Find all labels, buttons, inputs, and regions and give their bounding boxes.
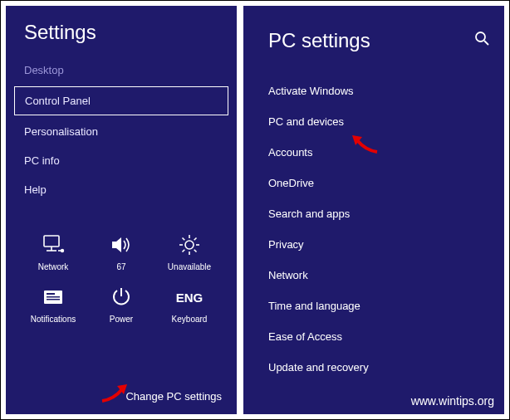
nav-ease-of-access[interactable]: Ease of Access bbox=[268, 321, 504, 352]
search-icon[interactable] bbox=[474, 31, 489, 49]
tile-volume[interactable]: 67 bbox=[89, 231, 154, 271]
network-icon bbox=[41, 231, 66, 259]
svg-line-20 bbox=[484, 41, 488, 45]
pc-settings-title: PC settings bbox=[243, 29, 504, 69]
svg-line-11 bbox=[194, 250, 197, 252]
pc-settings-nav: Activate Windows PC and devices Accounts… bbox=[243, 69, 504, 383]
settings-charm-panel: Settings Desktop Control Panel Personali… bbox=[6, 6, 237, 414]
nav-time-and-language[interactable]: Time and language bbox=[268, 291, 504, 321]
menu-item-pc-info[interactable]: PC info bbox=[6, 146, 237, 175]
tile-volume-label: 67 bbox=[116, 262, 125, 271]
nav-activate-windows[interactable]: Activate Windows bbox=[268, 76, 504, 106]
keyboard-lang-text: ENG bbox=[176, 291, 204, 305]
tile-keyboard[interactable]: ENG Keyboard bbox=[157, 283, 222, 324]
svg-point-5 bbox=[185, 241, 194, 249]
svg-rect-15 bbox=[47, 293, 55, 295]
tile-network[interactable]: Network bbox=[21, 231, 86, 271]
power-icon bbox=[110, 283, 132, 311]
tile-notifications[interactable]: Notifications bbox=[21, 283, 86, 324]
settings-title: Settings bbox=[6, 21, 237, 56]
svg-line-13 bbox=[183, 250, 185, 252]
tile-keyboard-label: Keyboard bbox=[172, 315, 208, 324]
svg-line-10 bbox=[183, 238, 185, 241]
menu-item-help[interactable]: Help bbox=[6, 175, 237, 204]
nav-update-and-recovery[interactable]: Update and recovery bbox=[268, 352, 504, 383]
svg-rect-0 bbox=[44, 236, 59, 247]
svg-rect-17 bbox=[47, 299, 60, 300]
nav-privacy[interactable]: Privacy bbox=[268, 229, 504, 260]
svg-rect-16 bbox=[47, 296, 60, 298]
volume-icon bbox=[109, 231, 134, 259]
menu-item-desktop[interactable]: Desktop bbox=[6, 56, 237, 85]
svg-line-12 bbox=[194, 238, 197, 241]
tile-power[interactable]: Power bbox=[89, 283, 154, 324]
nav-pc-and-devices[interactable]: PC and devices bbox=[268, 106, 504, 137]
tile-power-label: Power bbox=[110, 315, 133, 324]
nav-search-and-apps[interactable]: Search and apps bbox=[268, 198, 504, 229]
tile-notifications-label: Notifications bbox=[31, 315, 76, 324]
tile-brightness-label: Unavailable bbox=[168, 262, 211, 271]
tile-network-label: Network bbox=[38, 262, 69, 271]
watermark: www.wintips.org bbox=[411, 394, 494, 408]
keyboard-lang-icon: ENG bbox=[176, 283, 204, 311]
tile-brightness[interactable]: Unavailable bbox=[157, 231, 222, 271]
quick-tiles: Network 67 bbox=[6, 231, 237, 324]
nav-accounts[interactable]: Accounts bbox=[268, 137, 504, 168]
brightness-icon bbox=[177, 231, 202, 259]
notifications-icon bbox=[41, 283, 66, 311]
svg-point-19 bbox=[476, 32, 485, 42]
nav-onedrive[interactable]: OneDrive bbox=[268, 168, 504, 198]
menu-item-personalisation[interactable]: Personalisation bbox=[6, 117, 237, 146]
change-pc-settings-link[interactable]: Change PC settings bbox=[125, 390, 222, 403]
svg-point-3 bbox=[61, 249, 64, 252]
nav-network[interactable]: Network bbox=[268, 260, 504, 291]
pc-settings-panel: PC settings Activate Windows PC and devi… bbox=[243, 6, 504, 414]
menu-item-control-panel[interactable]: Control Panel bbox=[14, 86, 228, 115]
